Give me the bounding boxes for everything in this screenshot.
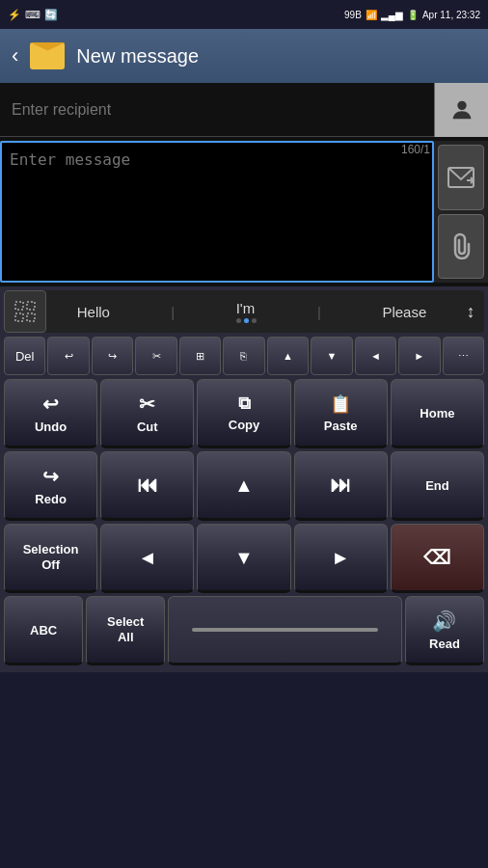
abc-button[interactable]: ABC: [4, 596, 83, 665]
cut-button[interactable]: ✂ Cut: [100, 379, 194, 448]
usb-icon: ⚡: [8, 9, 21, 21]
svg-point-0: [457, 100, 466, 109]
back-button[interactable]: ‹: [12, 43, 18, 68]
quick-phrases-row: Hello | I'm | Please ↕: [4, 290, 484, 333]
cut-small-button[interactable]: ✂: [135, 337, 176, 375]
dot-2: [244, 318, 249, 323]
battery-text: 99B: [344, 10, 362, 20]
copy-icon: ⧉: [238, 393, 251, 414]
grid-icon: [14, 301, 36, 322]
wifi-icon: 📶: [366, 10, 377, 20]
end-button[interactable]: End: [391, 451, 484, 521]
kbd-row-3: SelectionOff ◄ ▼ ► ⌫: [4, 524, 484, 593]
send-button[interactable]: [438, 145, 484, 210]
header: ‹ New message: [0, 29, 488, 83]
control-row: Del ↩ ↪ ✂ ⊞ ⎘ ▲ ▼ ◄ ► ⋯: [4, 337, 484, 375]
undo-icon: ↩: [42, 393, 59, 416]
quick-phrase-3[interactable]: Please: [382, 304, 426, 320]
backspace-button[interactable]: ⌫: [391, 524, 484, 593]
attach-button[interactable]: [438, 214, 484, 280]
undo-button[interactable]: ↩ Undo: [4, 379, 97, 448]
message-area: 160/1: [0, 137, 488, 286]
left-button[interactable]: ◄: [100, 524, 194, 593]
kbd-row-1: ↩ Undo ✂ Cut ⧉ Copy 📋 Paste Home: [4, 379, 484, 448]
paste-icon: 📋: [330, 393, 351, 415]
signal-icon: ▂▄▆: [381, 10, 403, 20]
cut-icon: ✂: [139, 393, 155, 416]
jump-start-button[interactable]: ⏮: [100, 451, 194, 521]
up-small-button[interactable]: ▲: [267, 337, 309, 375]
status-left-icons: ⚡ ⌨ 🔄: [8, 9, 58, 21]
divider-1: |: [171, 304, 175, 320]
jump-end-button[interactable]: ⏭: [294, 451, 388, 521]
copy-button[interactable]: ⧉ Copy: [197, 379, 290, 448]
message-textarea-wrap: 160/1: [0, 141, 434, 283]
battery-icon: 🔋: [407, 10, 419, 20]
kbd-row-2: ↪ Redo ⏮ ▲ ⏭ End: [4, 451, 484, 521]
redo-button[interactable]: ↪ Redo: [4, 451, 97, 521]
down-small-button[interactable]: ▼: [311, 337, 352, 375]
sync-icon: 🔄: [44, 9, 58, 21]
contacts-button[interactable]: [434, 83, 488, 137]
attach-icon: [449, 232, 473, 259]
jump-start-icon: ⏮: [137, 473, 158, 498]
backspace-icon: ⌫: [423, 546, 450, 569]
mail-icon: [30, 42, 65, 69]
space-bar-visual: [192, 628, 377, 632]
down-button[interactable]: ▼: [197, 524, 290, 593]
quick-phrase-2[interactable]: I'm: [236, 300, 257, 323]
right-arrow-icon: ►: [331, 547, 350, 569]
paste-button[interactable]: 📋 Paste: [294, 379, 388, 448]
more-button[interactable]: ⋯: [443, 337, 484, 375]
undo-small-button[interactable]: ↩: [47, 337, 89, 375]
redo-icon: ↪: [42, 465, 59, 488]
status-bar: ⚡ ⌨ 🔄 99B 📶 ▂▄▆ 🔋 Apr 11, 23:32: [0, 0, 488, 29]
message-input[interactable]: [0, 141, 434, 283]
paste-small-button[interactable]: ⎘: [223, 337, 264, 375]
redo-small-button[interactable]: ↪: [92, 337, 133, 375]
del-button[interactable]: Del: [4, 337, 45, 375]
speaker-icon: 🔊: [432, 610, 456, 633]
svg-rect-3: [15, 302, 23, 310]
up-arrow-icon: ▲: [234, 475, 254, 497]
left-arrow-icon: ◄: [138, 547, 157, 569]
page-title: New message: [76, 45, 476, 68]
svg-rect-4: [27, 302, 35, 310]
kbd-row-4: ABC SelectAll 🔊 Read: [4, 596, 484, 665]
space-button[interactable]: [168, 596, 402, 665]
selection-off-button[interactable]: SelectionOff: [4, 524, 97, 593]
dot-3: [252, 318, 257, 323]
quick-phrases: Hello | I'm | Please: [46, 300, 457, 323]
recipient-input[interactable]: [0, 83, 434, 136]
contact-icon: [448, 96, 475, 123]
quick-phrase-1[interactable]: Hello: [77, 304, 110, 320]
down-arrow-icon: ▼: [234, 547, 254, 569]
right-button[interactable]: ►: [294, 524, 388, 593]
right-small-button[interactable]: ►: [398, 337, 440, 375]
home-button[interactable]: Home: [391, 379, 484, 448]
scroll-phrases-button[interactable]: ↕: [457, 302, 484, 322]
time-display: Apr 11, 23:32: [422, 10, 480, 20]
svg-rect-6: [27, 313, 35, 321]
jump-end-icon: ⏭: [330, 473, 351, 498]
grid-button[interactable]: [4, 290, 46, 333]
recipient-row: [0, 83, 488, 137]
status-right-info: 99B 📶 ▂▄▆ 🔋 Apr 11, 23:32: [344, 10, 480, 20]
keyboard-area: Hello | I'm | Please ↕ Del ↩ ↪ ✂ ⊞ ⎘ ▲: [0, 286, 488, 672]
select-all-button[interactable]: SelectAll: [86, 596, 165, 665]
read-button[interactable]: 🔊 Read: [405, 596, 484, 665]
left-small-button[interactable]: ◄: [355, 337, 396, 375]
message-counter: 160/1: [401, 143, 430, 156]
send-icon: [447, 167, 474, 188]
message-action-buttons: [434, 141, 488, 283]
copy-small-button[interactable]: ⊞: [179, 337, 221, 375]
keyboard-icon: ⌨: [25, 9, 41, 21]
divider-2: |: [317, 304, 321, 320]
up-button[interactable]: ▲: [197, 451, 290, 521]
dot-1: [236, 318, 241, 323]
svg-rect-5: [15, 313, 23, 321]
